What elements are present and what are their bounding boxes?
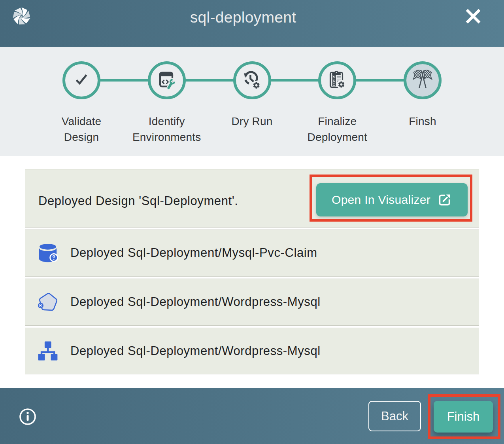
deployment-stepper: Validate Design Identify Environments xyxy=(0,47,504,156)
info-icon[interactable] xyxy=(18,407,38,427)
deployment-row-text: Deployed Sql-Deployment/Wordpress-Mysql xyxy=(70,328,321,374)
deployment-row-wordpress: Deployed Sql-Deployment/Wordpress-Mysql xyxy=(25,279,479,326)
dialog-header: sql-deployment xyxy=(0,0,504,47)
deployment-row-text: Deployed Sql-Deployment/Mysql-Pvc-Claim xyxy=(70,230,317,277)
summary-text: Deployed Design 'Sql-Deployment'. xyxy=(38,172,238,230)
annotation-box-finish xyxy=(428,394,500,439)
step-identify-environments[interactable] xyxy=(148,61,186,99)
checkered-flags-icon xyxy=(412,68,434,92)
step-finalize-deployment[interactable] xyxy=(318,61,356,99)
deployment-row-pvc: Deployed Sql-Deployment/Mysql-Pvc-Claim xyxy=(25,230,479,277)
clipboard-gear-icon xyxy=(327,70,347,91)
annotation-box-visualizer xyxy=(310,175,472,222)
check-icon xyxy=(72,70,91,91)
dialog-title: sql-deployment xyxy=(0,0,486,35)
code-window-wrench-icon xyxy=(157,70,177,91)
step-dry-run[interactable] xyxy=(233,61,271,99)
close-icon[interactable] xyxy=(463,6,483,26)
history-gear-icon xyxy=(242,70,262,91)
back-button[interactable]: Back xyxy=(368,401,421,431)
step-label-finish: Finsh xyxy=(371,114,474,129)
results-panel: Deployed Design 'Sql-Deployment'. Open I… xyxy=(0,156,504,388)
back-label: Back xyxy=(381,409,408,423)
step-finish[interactable] xyxy=(404,61,442,99)
deployment-row-service: Deployed Sql-Deployment/Wordpress-Mysql xyxy=(25,328,479,375)
step-validate-design[interactable] xyxy=(62,61,100,99)
deployment-row-text: Deployed Sql-Deployment/Wordpress-Mysql xyxy=(70,279,321,326)
